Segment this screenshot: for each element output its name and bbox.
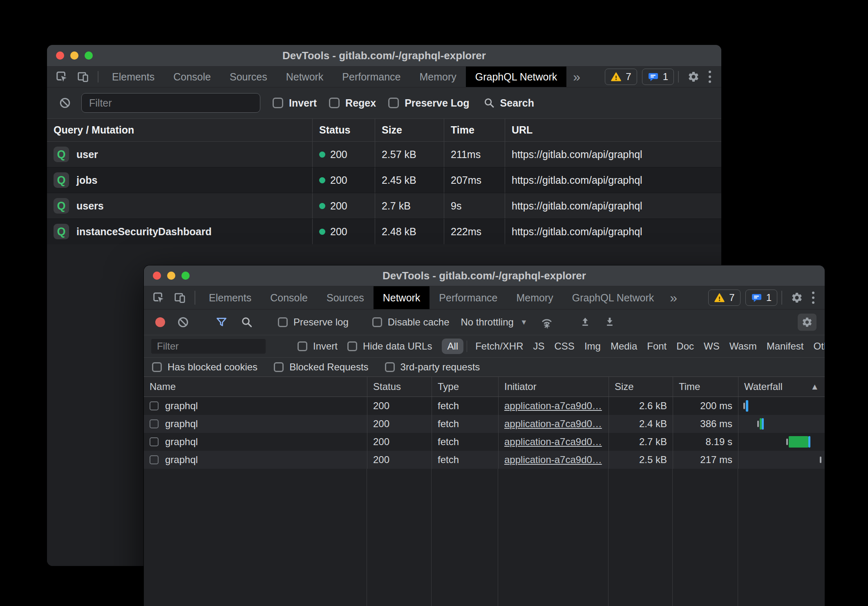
issues-badge[interactable]: 1 — [745, 290, 777, 306]
settings-gear-icon[interactable] — [683, 67, 704, 87]
chip-css[interactable]: CSS — [550, 339, 579, 354]
zoom-button[interactable] — [85, 51, 93, 60]
checkbox-blocked-requests[interactable]: Blocked Requests — [274, 361, 368, 373]
checkbox-has-blocked-cookies[interactable]: Has blocked cookies — [152, 361, 257, 373]
clear-icon[interactable] — [54, 97, 76, 109]
chip-doc[interactable]: Doc — [671, 339, 699, 354]
table-row[interactable]: Q jobs 200 2.45 kB 207ms https://gitlab.… — [47, 167, 721, 193]
chip-img[interactable]: Img — [579, 339, 606, 354]
gql-header-time[interactable]: Time — [444, 119, 505, 141]
throttling-dropdown[interactable]: No throttling ▼ — [461, 316, 527, 328]
chip-font[interactable]: Font — [642, 339, 671, 354]
checkbox-box[interactable] — [273, 98, 283, 108]
inspect-element-icon[interactable] — [148, 286, 169, 309]
checkbox-box[interactable] — [347, 341, 357, 351]
net-header-name[interactable]: Name — [144, 377, 367, 397]
tab-network[interactable]: Network — [374, 286, 430, 309]
close-button[interactable] — [56, 51, 64, 60]
filter-funnel-icon[interactable] — [211, 316, 232, 328]
tab-network[interactable]: Network — [277, 67, 333, 87]
net-header-waterfall[interactable]: Waterfall▲ — [738, 377, 825, 397]
chip-all[interactable]: All — [442, 339, 463, 354]
network-conditions-icon[interactable] — [536, 316, 558, 329]
table-row[interactable]: Q instanceSecurityDashboard 200 2.48 kB … — [47, 218, 721, 244]
export-har-icon[interactable] — [600, 316, 620, 328]
minimize-button[interactable] — [70, 51, 78, 60]
table-row[interactable]: Q user 200 2.57 kB 211ms https://gitlab.… — [47, 142, 721, 167]
invert-checkbox[interactable]: Invert — [298, 341, 338, 352]
row-checkbox[interactable] — [150, 419, 159, 428]
net-header-size[interactable]: Size — [608, 377, 673, 397]
checkbox-box[interactable] — [298, 341, 307, 351]
chip-wasm[interactable]: Wasm — [725, 339, 762, 354]
preserve-log-checkbox[interactable]: Preserve log — [278, 316, 349, 328]
chip-fetch-xhr[interactable]: Fetch/XHR — [470, 339, 528, 354]
clear-icon[interactable] — [172, 316, 194, 328]
chip-ws[interactable]: WS — [699, 339, 725, 354]
chip-manifest[interactable]: Manifest — [762, 339, 809, 354]
table-row[interactable]: graphql 200 fetch application-a7ca9d0… 2… — [144, 433, 825, 451]
checkbox-box[interactable] — [372, 317, 382, 327]
kebab-menu-icon[interactable] — [808, 286, 819, 309]
network-settings-gear-icon[interactable] — [798, 314, 817, 331]
inspect-element-icon[interactable] — [51, 67, 72, 87]
tab-elements[interactable]: Elements — [199, 286, 261, 309]
tab-performance[interactable]: Performance — [430, 286, 507, 309]
gql-header-status[interactable]: Status — [312, 119, 375, 141]
tab-sources[interactable]: Sources — [317, 286, 374, 309]
issues-badge[interactable]: 1 — [642, 69, 674, 85]
warnings-badge[interactable]: 7 — [605, 69, 637, 85]
chip-js[interactable]: JS — [528, 339, 550, 354]
import-har-icon[interactable] — [575, 316, 595, 328]
tab-graphql-network[interactable]: GraphQL Network — [466, 67, 567, 87]
device-toolbar-icon[interactable] — [72, 67, 94, 87]
tab-memory[interactable]: Memory — [507, 286, 562, 309]
checkbox-box[interactable] — [152, 362, 162, 372]
initiator-link[interactable]: application-a7ca9d0… — [504, 400, 602, 412]
net-header-type[interactable]: Type — [432, 377, 498, 397]
search-icon[interactable] — [236, 316, 257, 328]
minimize-button[interactable] — [167, 272, 175, 280]
tab-console[interactable]: Console — [261, 286, 317, 309]
row-checkbox[interactable] — [150, 401, 159, 410]
zoom-button[interactable] — [181, 272, 190, 280]
record-button[interactable] — [155, 317, 165, 327]
table-row[interactable]: graphql 200 fetch application-a7ca9d0… 2… — [144, 397, 825, 415]
checkbox-invert[interactable]: Invert — [273, 97, 317, 109]
initiator-link[interactable]: application-a7ca9d0… — [504, 454, 602, 466]
gql-header-query-mutation[interactable]: Query / Mutation — [47, 119, 312, 141]
checkbox-preserve-log[interactable]: Preserve Log — [388, 97, 469, 109]
tab-memory[interactable]: Memory — [410, 67, 465, 87]
tab-performance[interactable]: Performance — [333, 67, 410, 87]
more-tabs-button[interactable]: » — [663, 286, 684, 309]
search-toggle[interactable]: Search — [483, 97, 534, 109]
checkbox-box[interactable] — [388, 98, 399, 108]
table-row[interactable]: graphql 200 fetch application-a7ca9d0… 2… — [144, 415, 825, 433]
gql-header-url[interactable]: URL — [505, 119, 721, 141]
close-button[interactable] — [153, 272, 161, 280]
checkbox-box[interactable] — [329, 98, 340, 108]
filter-input[interactable] — [81, 93, 260, 113]
more-tabs-button[interactable]: » — [566, 67, 587, 87]
initiator-link[interactable]: application-a7ca9d0… — [504, 436, 602, 448]
kebab-menu-icon[interactable] — [704, 67, 716, 87]
table-row[interactable]: graphql 200 fetch application-a7ca9d0… 2… — [144, 451, 825, 469]
checkbox-regex[interactable]: Regex — [329, 97, 376, 109]
initiator-link[interactable]: application-a7ca9d0… — [504, 418, 602, 430]
checkbox-box[interactable] — [274, 362, 284, 372]
net-header-time[interactable]: Time — [673, 377, 738, 397]
checkbox-3rd-party-requests[interactable]: 3rd-party requests — [385, 361, 480, 373]
chip-other[interactable]: Other — [808, 339, 825, 354]
tab-elements[interactable]: Elements — [103, 67, 164, 87]
checkbox-box[interactable] — [278, 317, 288, 327]
device-toolbar-icon[interactable] — [169, 286, 190, 309]
row-checkbox[interactable] — [150, 455, 159, 464]
net-header-initiator[interactable]: Initiator — [498, 377, 608, 397]
warnings-badge[interactable]: 7 — [708, 290, 740, 306]
table-row[interactable]: Q users 200 2.7 kB 9s https://gitlab.com… — [47, 193, 721, 218]
hide-data-urls-checkbox[interactable]: Hide data URLs — [347, 341, 432, 352]
chip-media[interactable]: Media — [606, 339, 642, 354]
net-header-status[interactable]: Status — [367, 377, 432, 397]
row-checkbox[interactable] — [150, 437, 159, 446]
gql-header-size[interactable]: Size — [375, 119, 444, 141]
